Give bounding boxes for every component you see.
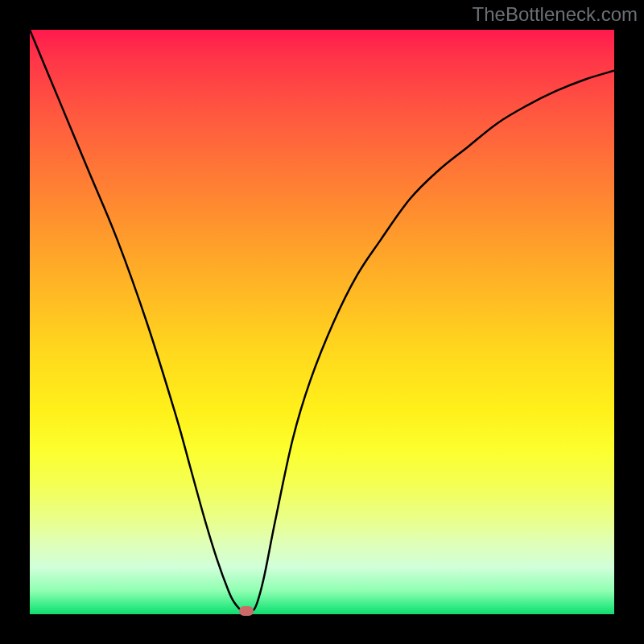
chart-frame: TheBottleneck.com [0, 0, 644, 644]
optimum-marker [239, 606, 254, 616]
plot-gradient-background [30, 30, 614, 614]
watermark-text: TheBottleneck.com [473, 3, 638, 26]
